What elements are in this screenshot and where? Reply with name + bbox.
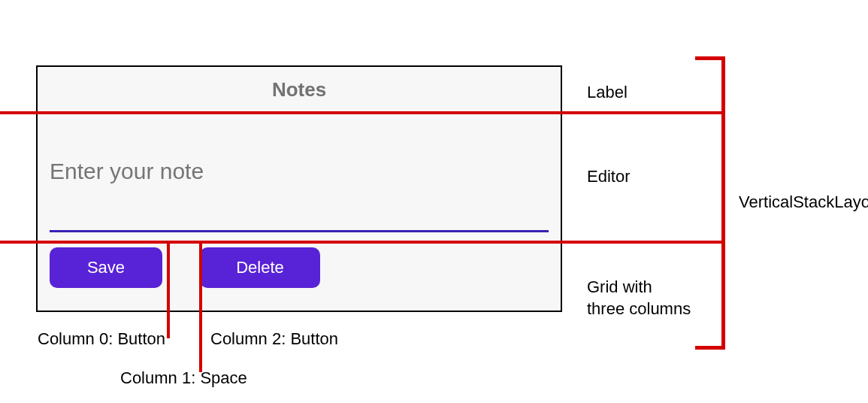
note-editor[interactable] bbox=[50, 120, 549, 229]
divider-line bbox=[0, 111, 721, 114]
bracket-bottom bbox=[695, 346, 725, 350]
annotation-stack: VerticalStackLayout bbox=[739, 192, 868, 212]
annotation-editor: Editor bbox=[587, 167, 630, 186]
annotation-label: Label bbox=[587, 83, 628, 102]
bracket-top bbox=[695, 56, 725, 60]
annotation-col0: Column 0: Button bbox=[38, 329, 165, 349]
column-guide bbox=[167, 241, 170, 338]
annotation-col2: Column 2: Button bbox=[210, 329, 338, 349]
annotation-grid: Grid with three columns bbox=[587, 277, 691, 320]
app-panel: Notes Save Delete bbox=[36, 65, 562, 312]
page-title: Notes bbox=[272, 78, 326, 102]
editor-zone bbox=[38, 112, 561, 232]
editor-underline bbox=[50, 230, 549, 232]
bracket-vertical bbox=[721, 56, 725, 350]
save-button[interactable]: Save bbox=[50, 247, 162, 288]
header: Notes bbox=[38, 67, 561, 112]
diagram-canvas: Notes Save Delete Label Editor Grid with… bbox=[0, 0, 868, 403]
delete-button[interactable]: Delete bbox=[200, 247, 320, 288]
annotation-col1: Column 1: Space bbox=[120, 368, 247, 388]
column-guide bbox=[199, 241, 202, 372]
divider-line bbox=[0, 241, 721, 244]
